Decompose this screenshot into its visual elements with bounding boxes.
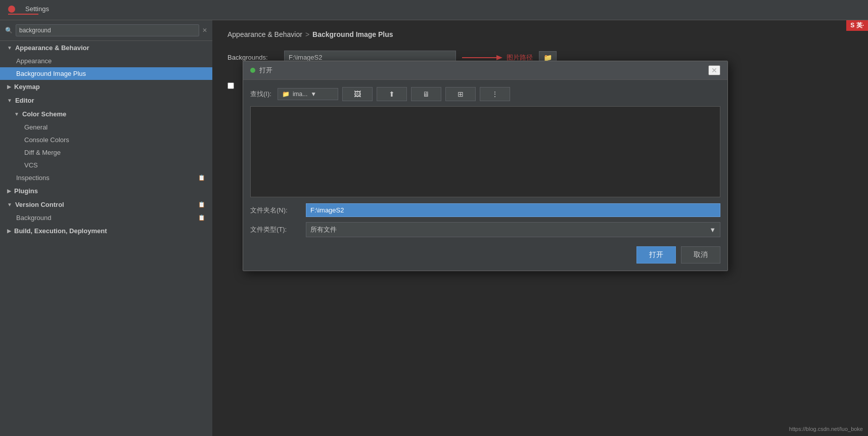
filetype-value: 所有文件 <box>310 225 337 234</box>
expand-icon: ▼ <box>7 45 12 51</box>
sidebar-section: ▼ Appearance & Behavior Appearance Backg… <box>0 41 212 238</box>
sidebar-group-label: Build, Execution, Deployment <box>14 227 107 235</box>
main-layout: 🔍 ✕ ▼ Appearance & Behavior Appearance B… <box>0 20 868 436</box>
dialog-cancel-button[interactable]: 取消 <box>681 246 720 264</box>
change-every-checkbox[interactable] <box>227 82 234 89</box>
dialog-titlebar: 打开 ✕ <box>243 61 727 80</box>
expand-icon: ▶ <box>7 228 11 234</box>
file-open-dialog: 打开 ✕ 查找(I): 📁 ima... ▼ 🖼 ⬆ 🖥 ⊞ <box>243 61 728 271</box>
sidebar-item-editor[interactable]: ▼ Editor <box>0 94 212 107</box>
sidebar-item-keymap[interactable]: ▶ Keymap <box>0 80 212 94</box>
sidebar-group-label: Version Control <box>15 201 64 208</box>
dropdown-icon: ▼ <box>709 226 716 234</box>
sidebar-item-color-scheme[interactable]: ▼ Color Scheme <box>0 107 212 121</box>
sidebar-group-label: Keymap <box>14 83 40 91</box>
search-box: 🔍 ✕ <box>0 20 212 41</box>
dialog-body: 查找(I): 📁 ima... ▼ 🖼 ⬆ 🖥 ⊞ ⋮ 文件夹名 <box>243 80 727 271</box>
breadcrumb-parent: Appearance & Behavior <box>227 30 302 38</box>
expand-icon: ▼ <box>14 111 19 117</box>
location-selector[interactable]: 📁 ima... ▼ <box>278 88 338 100</box>
sidebar-group-label: Plugins <box>14 187 38 195</box>
app-icon <box>8 6 15 13</box>
breadcrumb: Appearance & Behavior > Background Image… <box>227 30 853 38</box>
search-icon: 🔍 <box>5 27 13 34</box>
breadcrumb-separator: > <box>305 30 309 38</box>
footer-link: https://blog.csdn.net/luo_boke <box>789 426 863 432</box>
top-right-badge: S 英· <box>846 20 868 31</box>
filename-label: 文件夹名(N): <box>250 206 301 215</box>
expand-icon: ▶ <box>7 188 11 194</box>
sidebar-item-vcs[interactable]: VCS <box>0 159 212 171</box>
expand-icon: ▼ <box>7 98 12 103</box>
filename-row: 文件夹名(N): <box>250 203 720 217</box>
content-area: S 英· Appearance & Behavior > Background … <box>212 20 868 436</box>
dialog-close-button[interactable]: ✕ <box>708 65 720 75</box>
inspections-icon: 📋 <box>198 175 205 181</box>
sidebar-group-label: Color Scheme <box>22 110 66 118</box>
sidebar-item-build-execution[interactable]: ▶ Build, Execution, Deployment <box>0 224 212 238</box>
sidebar-item-version-control[interactable]: ▼ Version Control 📋 <box>0 198 212 211</box>
dialog-open-button[interactable]: 打开 <box>636 246 676 264</box>
toolbar-btn-2[interactable]: ⬆ <box>377 87 407 101</box>
sidebar-item-appearance-behavior[interactable]: ▼ Appearance & Behavior <box>0 41 212 55</box>
dialog-status-dot <box>250 68 255 73</box>
dialog-toolbar: 查找(I): 📁 ima... ▼ 🖼 ⬆ 🖥 ⊞ ⋮ <box>250 87 720 101</box>
toolbar-btn-3[interactable]: 🖥 <box>411 87 441 101</box>
location-value: ima... <box>293 91 307 98</box>
expand-icon: ▼ <box>7 202 12 207</box>
title-underline <box>8 14 38 15</box>
sidebar-group-label: Appearance & Behavior <box>15 44 89 52</box>
toolbar-btn-4[interactable]: ⊞ <box>445 87 476 101</box>
file-browser-area[interactable] <box>250 106 720 197</box>
filetype-select[interactable]: 所有文件 ▼ <box>306 222 720 237</box>
search-clear-icon[interactable]: ✕ <box>202 27 207 34</box>
search-label: 查找(I): <box>250 90 271 99</box>
background-vc-icon: 📋 <box>198 214 205 221</box>
filename-input[interactable] <box>306 203 720 217</box>
version-control-icon: 📋 <box>198 201 205 208</box>
sidebar-item-plugins[interactable]: ▶ Plugins <box>0 184 212 198</box>
filetype-label: 文件类型(T): <box>250 225 301 234</box>
sidebar-group-label: Editor <box>15 97 34 104</box>
sidebar-item-background-image-plus[interactable]: Background Image Plus <box>0 67 212 80</box>
backgrounds-label: Backgrounds: <box>227 54 278 61</box>
breadcrumb-current: Background Image Plus <box>312 30 393 38</box>
title-bar: Settings <box>0 0 868 20</box>
folder-icon: 📁 <box>282 91 290 98</box>
window-title: Settings <box>25 5 49 13</box>
dialog-actions: 打开 取消 <box>250 242 720 264</box>
toolbar-btn-1[interactable]: 🖼 <box>342 87 373 101</box>
filetype-row: 文件类型(T): 所有文件 ▼ <box>250 222 720 237</box>
expand-icon: ▶ <box>7 84 11 90</box>
search-input[interactable] <box>16 24 199 36</box>
sidebar-item-background-vc[interactable]: Background 📋 <box>0 211 212 224</box>
dialog-title-content: 打开 <box>250 66 272 75</box>
sidebar-item-inspections[interactable]: Inspections 📋 <box>0 171 212 184</box>
sidebar-item-diff-merge[interactable]: Diff & Merge <box>0 146 212 159</box>
sidebar: 🔍 ✕ ▼ Appearance & Behavior Appearance B… <box>0 20 212 436</box>
sidebar-item-general[interactable]: General <box>0 121 212 134</box>
dialog-title: 打开 <box>259 66 272 75</box>
sidebar-item-appearance[interactable]: Appearance <box>0 55 212 67</box>
svg-marker-1 <box>496 55 502 60</box>
toolbar-btn-5[interactable]: ⋮ <box>480 87 510 101</box>
dropdown-icon: ▼ <box>310 91 316 98</box>
sidebar-item-console-colors[interactable]: Console Colors <box>0 134 212 146</box>
